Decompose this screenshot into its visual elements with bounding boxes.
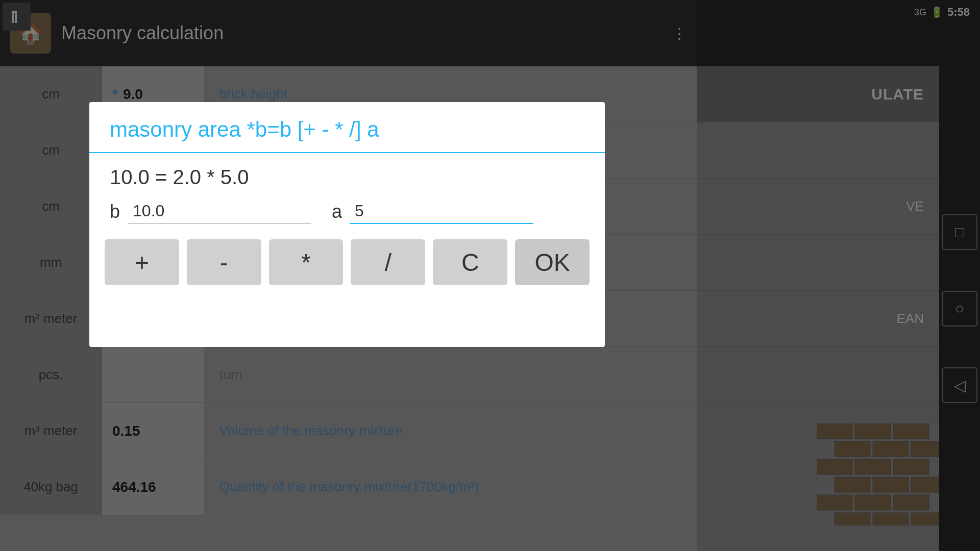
dialog-buttons: + - * / C OK bbox=[89, 234, 605, 290]
divide-button[interactable]: / bbox=[351, 239, 425, 285]
clear-button[interactable]: C bbox=[433, 239, 507, 285]
a-input[interactable] bbox=[350, 199, 533, 224]
multiply-button[interactable]: * bbox=[269, 239, 344, 285]
b-input[interactable] bbox=[128, 199, 311, 224]
minus-button[interactable]: - bbox=[187, 239, 261, 285]
dialog-inputs: b a bbox=[89, 194, 605, 234]
plus-button[interactable]: + bbox=[105, 239, 179, 285]
ok-button[interactable]: OK bbox=[515, 239, 590, 285]
a-input-group: a bbox=[332, 199, 533, 224]
dialog-title: masonry area *b=b [+ - * /] a bbox=[89, 102, 605, 142]
a-label: a bbox=[332, 201, 342, 222]
b-label: b bbox=[110, 201, 120, 222]
b-input-group: b bbox=[110, 199, 311, 224]
dialog: masonry area *b=b [+ - * /] a 10.0 = 2.0… bbox=[89, 102, 605, 347]
dialog-formula: 10.0 = 2.0 * 5.0 bbox=[89, 153, 605, 194]
